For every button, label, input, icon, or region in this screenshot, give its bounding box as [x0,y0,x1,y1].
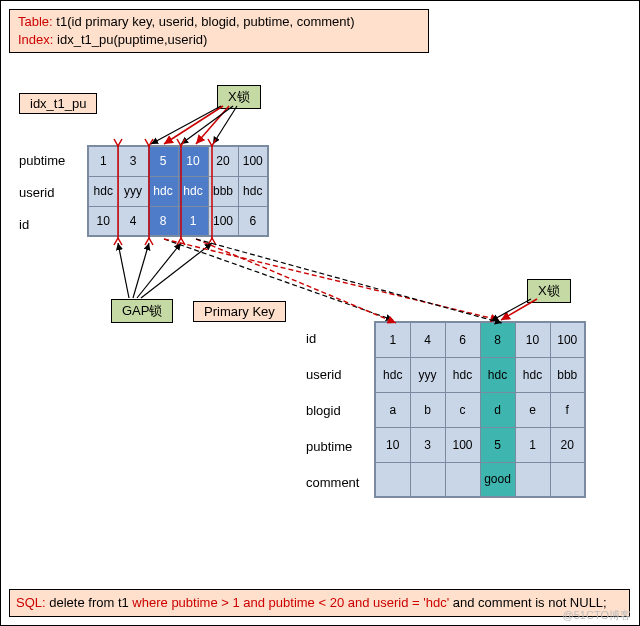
svg-line-4 [213,106,237,144]
table-label: Table: [18,14,53,29]
pk-row-label-comment: comment [306,475,359,490]
svg-line-0 [164,106,223,144]
index-table: 1 3 5 10 20 100 hdc yyy hdc hdc bbb hdc … [87,145,269,237]
table-def: t1(id primary key, userid, blogid, pubti… [56,14,354,29]
row-label-pubtime: pubtime [19,153,65,168]
pk-row-label-id: id [306,331,316,346]
sql-prefix: SQL: [16,595,49,610]
primary-key-label: Primary Key [193,301,286,322]
pk-row-label-blogid: blogid [306,403,341,418]
primary-key-table: 1 4 6 8 10 100 hdc yyy hdc hdc hdc bbb a… [374,321,586,498]
xlock-top-label: X锁 [217,85,261,109]
sql-box: SQL: delete from t1 where pubtime > 1 an… [9,589,630,617]
pk-row-label-pubtime: pubtime [306,439,352,454]
sql-where: where pubtime > 1 and pubtime < 20 and u… [132,595,452,610]
row-label-id: id [19,217,29,232]
index-name-label: idx_t1_pu [19,93,97,114]
svg-line-1 [196,106,229,144]
table-row: 1 4 6 8 10 100 [375,322,585,357]
watermark: @51CTO博客 [563,608,631,623]
svg-line-18 [491,299,531,321]
index-def: idx_t1_pu(puptime,userid) [57,32,207,47]
gap-lock-label: GAP锁 [111,299,173,323]
table-row: 10 3 100 5 1 20 [375,427,585,462]
table-row: hdc yyy hdc hdc bbb hdc [88,176,268,206]
index-label: Index: [18,32,53,47]
table-row: 10 4 8 1 100 6 [88,206,268,236]
svg-line-9 [118,243,129,298]
svg-line-12 [141,243,212,298]
svg-line-2 [151,106,221,144]
table-row: 1 3 5 10 20 100 [88,146,268,176]
table-row: good [375,462,585,497]
svg-line-3 [181,106,233,144]
sql-body-1: delete from t1 [49,595,132,610]
svg-line-11 [137,243,181,298]
table-row: hdc yyy hdc hdc hdc bbb [375,357,585,392]
row-label-userid: userid [19,185,54,200]
table-row: a b c d e f [375,392,585,427]
xlock-right-label: X锁 [527,279,571,303]
schema-box: Table: t1(id primary key, userid, blogid… [9,9,429,53]
pk-row-label-userid: userid [306,367,341,382]
svg-line-10 [133,243,149,298]
